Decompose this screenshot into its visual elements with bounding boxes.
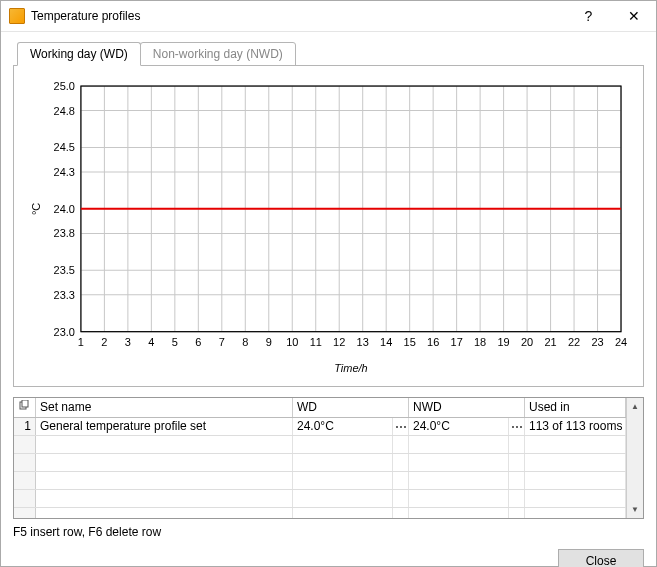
svg-text:10: 10 xyxy=(286,336,298,348)
app-icon xyxy=(9,8,25,24)
table-row-empty[interactable] xyxy=(14,454,626,472)
wd-picker-button[interactable]: ⋯ xyxy=(393,418,409,435)
row-number xyxy=(14,490,36,507)
help-button[interactable]: ? xyxy=(566,1,611,31)
svg-text:°C: °C xyxy=(30,203,42,215)
svg-text:16: 16 xyxy=(427,336,439,348)
svg-text:13: 13 xyxy=(357,336,369,348)
scroll-up-arrow-icon[interactable]: ▲ xyxy=(627,398,643,415)
header-nwd[interactable]: NWD xyxy=(409,398,525,417)
content-area: Working day (WD) Non-working day (NWD) 1… xyxy=(1,32,656,567)
nwd-picker-button[interactable]: ⋯ xyxy=(509,418,525,435)
tab-non-working-day[interactable]: Non-working day (NWD) xyxy=(140,42,296,66)
svg-text:23.3: 23.3 xyxy=(54,289,75,301)
header-wd[interactable]: WD xyxy=(293,398,409,417)
svg-text:14: 14 xyxy=(380,336,392,348)
close-window-button[interactable]: ✕ xyxy=(611,1,656,31)
svg-text:23.8: 23.8 xyxy=(54,227,75,239)
copy-icon xyxy=(18,400,30,412)
row-number: 1 xyxy=(14,418,36,435)
svg-text:20: 20 xyxy=(521,336,533,348)
chart: 1234567891011121314151617181920212223242… xyxy=(26,78,631,380)
svg-text:23.0: 23.0 xyxy=(54,326,75,338)
svg-text:9: 9 xyxy=(266,336,272,348)
svg-text:12: 12 xyxy=(333,336,345,348)
svg-text:24.5: 24.5 xyxy=(54,141,75,153)
svg-text:21: 21 xyxy=(544,336,556,348)
tab-bar: Working day (WD) Non-working day (NWD) xyxy=(13,42,644,66)
grid-body: 1 General temperature profile set 24.0°C… xyxy=(14,418,626,518)
table-row-empty[interactable] xyxy=(14,436,626,454)
row-number xyxy=(14,454,36,471)
window-title: Temperature profiles xyxy=(31,9,566,23)
svg-text:24.8: 24.8 xyxy=(54,105,75,117)
row-number xyxy=(14,472,36,489)
scroll-down-arrow-icon[interactable]: ▼ xyxy=(627,501,643,518)
table-row[interactable]: 1 General temperature profile set 24.0°C… xyxy=(14,418,626,436)
cell-nwd[interactable]: 24.0°C xyxy=(409,418,509,435)
vertical-scrollbar[interactable]: ▲ ▼ xyxy=(626,398,643,518)
svg-text:22: 22 xyxy=(568,336,580,348)
header-used-in[interactable]: Used in xyxy=(525,398,626,417)
dialog-window: Temperature profiles ? ✕ Working day (WD… xyxy=(0,0,657,567)
hint-text: F5 insert row, F6 delete row xyxy=(13,525,644,539)
svg-text:23: 23 xyxy=(591,336,603,348)
table-row-empty[interactable] xyxy=(14,508,626,518)
tab-working-day[interactable]: Working day (WD) xyxy=(17,42,141,66)
svg-text:17: 17 xyxy=(451,336,463,348)
cell-set-name[interactable]: General temperature profile set xyxy=(36,418,293,435)
svg-text:24.0: 24.0 xyxy=(54,203,75,215)
svg-text:8: 8 xyxy=(242,336,248,348)
button-bar: Close xyxy=(13,539,644,567)
row-number xyxy=(14,436,36,453)
svg-text:24: 24 xyxy=(615,336,627,348)
svg-text:5: 5 xyxy=(172,336,178,348)
grid-panel: Set name WD NWD Used in 1 General temper… xyxy=(13,397,644,519)
data-grid: Set name WD NWD Used in 1 General temper… xyxy=(13,397,644,519)
chart-panel: 1234567891011121314151617181920212223242… xyxy=(13,65,644,387)
svg-text:18: 18 xyxy=(474,336,486,348)
titlebar: Temperature profiles ? ✕ xyxy=(1,1,656,32)
cell-wd[interactable]: 24.0°C xyxy=(293,418,393,435)
cell-used-in: 113 of 113 rooms xyxy=(525,418,626,435)
svg-text:2: 2 xyxy=(101,336,107,348)
close-button[interactable]: Close xyxy=(558,549,644,567)
svg-rect-70 xyxy=(22,400,28,407)
row-number xyxy=(14,508,36,518)
svg-text:25.0: 25.0 xyxy=(54,80,75,92)
svg-text:19: 19 xyxy=(497,336,509,348)
header-set-name[interactable]: Set name xyxy=(36,398,293,417)
svg-text:1: 1 xyxy=(78,336,84,348)
svg-text:3: 3 xyxy=(125,336,131,348)
svg-text:23.5: 23.5 xyxy=(54,264,75,276)
svg-text:24.3: 24.3 xyxy=(54,166,75,178)
svg-text:6: 6 xyxy=(195,336,201,348)
svg-text:4: 4 xyxy=(148,336,154,348)
svg-text:Time/h: Time/h xyxy=(334,362,367,374)
scroll-track[interactable] xyxy=(627,415,643,501)
svg-text:11: 11 xyxy=(310,336,322,348)
table-row-empty[interactable] xyxy=(14,490,626,508)
grid-header-row: Set name WD NWD Used in xyxy=(14,398,626,418)
table-row-empty[interactable] xyxy=(14,472,626,490)
svg-text:7: 7 xyxy=(219,336,225,348)
grid-corner[interactable] xyxy=(14,398,36,417)
svg-text:15: 15 xyxy=(404,336,416,348)
